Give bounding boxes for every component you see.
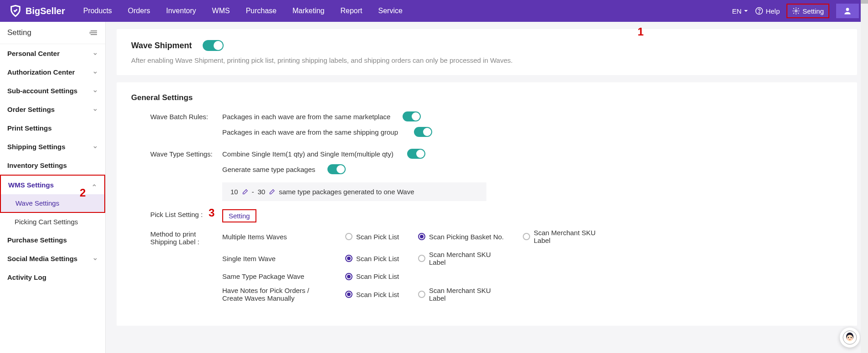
sidebar-subitem-label: Picking Cart Settings — [15, 218, 78, 226]
sidebar-item-wms[interactable]: WMS Settings — [1, 176, 104, 194]
wave-shipment-desc: After enabling Wave Shipment, printing p… — [131, 56, 842, 64]
language-selector[interactable]: EN — [732, 7, 749, 15]
nav-wms[interactable]: WMS — [212, 7, 230, 15]
wave-shipment-title: Wave Shipment — [131, 41, 192, 50]
sidebar-item-label: Social Media Settings — [7, 255, 77, 262]
sidebar-subitem-label: Wave Settings — [15, 199, 59, 207]
type-opt1-toggle[interactable] — [407, 149, 425, 159]
svg-point-9 — [851, 338, 852, 339]
annotation-3: 3 — [209, 207, 214, 219]
general-title: General Settings — [131, 93, 842, 102]
radio-single-picklist[interactable]: Scan Pick List — [345, 255, 404, 262]
sidebar-item-auth[interactable]: Authorization Center — [0, 63, 105, 81]
batch-opt1-toggle[interactable] — [403, 111, 421, 121]
sidebar-item-label: Inventory Settings — [7, 161, 67, 169]
wave-type-label: Wave Type Settings: — [131, 149, 222, 158]
svg-point-3 — [846, 8, 849, 11]
svg-point-5 — [847, 335, 853, 341]
radio-multi-basket[interactable]: Scan Picking Basket No. — [418, 233, 509, 241]
radio-single-sku[interactable]: Scan Merchant SKU Label — [418, 251, 509, 266]
svg-point-1 — [759, 13, 760, 13]
sidebar-item-shipping[interactable]: Shipping Settings — [0, 137, 105, 156]
method-single-label: Single Item Wave — [222, 255, 332, 262]
nav-orders[interactable]: Orders — [128, 7, 150, 15]
gear-icon — [792, 7, 800, 15]
nav-purchase[interactable]: Purchase — [246, 7, 277, 15]
edit-icon[interactable] — [269, 189, 275, 195]
sidebar-item-label: Print Settings — [7, 124, 52, 132]
range-from: 10 — [230, 188, 238, 196]
range-to: 30 — [258, 188, 266, 196]
sidebar-item-label: Authorization Center — [7, 68, 75, 76]
help-icon — [755, 7, 763, 15]
sidebar-item-label: WMS Settings — [8, 181, 54, 189]
radio-multi-picklist[interactable]: Scan Pick List — [345, 233, 404, 241]
help-button[interactable]: Help — [755, 7, 780, 15]
support-avatar-icon — [842, 330, 857, 345]
nav-inventory[interactable]: Inventory — [166, 7, 196, 15]
chevron-up-icon — [92, 182, 97, 188]
help-label: Help — [766, 7, 780, 15]
range-suffix: same type packages generated to one Wave — [279, 188, 414, 196]
radio-multi-sku[interactable]: Scan Merchant SKU Label — [523, 229, 614, 244]
nav-report[interactable]: Report — [341, 7, 363, 15]
batch-opt2-text: Packages in each wave are from the same … — [222, 128, 402, 136]
annotation-2: 2 — [80, 187, 86, 199]
batch-opt2-toggle[interactable] — [414, 127, 432, 137]
range-sep: - — [252, 188, 254, 196]
nav-service[interactable]: Service — [378, 7, 403, 15]
collapse-icon[interactable] — [90, 30, 98, 36]
range-box: 10 - 30 same type packages generated to … — [222, 182, 486, 201]
sidebar-item-print[interactable]: Print Settings — [0, 119, 105, 137]
sidebar-item-social[interactable]: Social Media Settings — [0, 249, 105, 268]
user-icon — [843, 6, 852, 15]
caret-down-icon — [744, 9, 748, 13]
method-sametype-row: Same Type Package Wave Scan Pick List — [222, 272, 842, 280]
sidebar: Setting Personal Center Authorization Ce… — [0, 22, 106, 353]
sidebar-subitem-picking[interactable]: Picking Cart Settings — [0, 213, 105, 231]
sidebar-item-label: Personal Center — [7, 50, 60, 57]
sidebar-item-label: Sub-account Settings — [7, 87, 77, 95]
type-opt2-toggle[interactable] — [327, 164, 346, 174]
svg-point-2 — [795, 10, 797, 12]
method-single-row: Single Item Wave Scan Pick List Scan Mer… — [222, 251, 842, 266]
brand-logo[interactable]: BigSeller — [9, 5, 65, 17]
picklist-setting-link[interactable]: Setting — [222, 209, 256, 222]
scrollbar[interactable] — [861, 0, 868, 353]
nav-products[interactable]: Products — [83, 7, 112, 15]
language-label: EN — [732, 7, 742, 15]
support-floating-button[interactable] — [840, 328, 860, 348]
sidebar-item-inventory[interactable]: Inventory Settings — [0, 156, 105, 175]
edit-icon[interactable] — [242, 189, 248, 195]
setting-button[interactable]: Setting — [786, 4, 829, 18]
method-multi-row: Multiple Items Waves Scan Pick List Scan… — [222, 229, 842, 244]
brand-icon — [9, 5, 22, 17]
wave-shipment-toggle[interactable] — [203, 40, 224, 51]
sidebar-item-personal[interactable]: Personal Center — [0, 44, 105, 63]
sidebar-item-subacct[interactable]: Sub-account Settings — [0, 81, 105, 100]
user-avatar[interactable] — [836, 4, 859, 18]
chevron-down-icon — [92, 70, 98, 75]
wave-shipment-card: Wave Shipment After enabling Wave Shipme… — [117, 29, 857, 75]
method-notes-row: Have Notes for Pick Orders / Create Wave… — [222, 287, 842, 302]
sidebar-item-purchase[interactable]: Purchase Settings — [0, 231, 105, 249]
method-notes-label: Have Notes for Pick Orders / Create Wave… — [222, 287, 332, 302]
sidebar-subitem-wave[interactable]: Wave Settings — [1, 194, 104, 212]
radio-sametype-picklist[interactable]: Scan Pick List — [345, 272, 404, 280]
radio-notes-sku[interactable]: Scan Merchant SKU Label — [418, 287, 509, 302]
chevron-down-icon — [92, 256, 98, 262]
radio-notes-picklist[interactable]: Scan Pick List — [345, 291, 404, 298]
svg-point-7 — [851, 337, 852, 338]
method-sametype-label: Same Type Package Wave — [222, 272, 332, 280]
sidebar-item-order[interactable]: Order Settings — [0, 100, 105, 119]
chevron-down-icon — [92, 51, 98, 56]
method-row: Method to print Shipping Label : Multipl… — [131, 229, 842, 308]
type-opt2-text: Generate same type packages — [222, 166, 316, 173]
sidebar-item-label: Shipping Settings — [7, 143, 66, 151]
batch-opt1-text: Packages in each wave are from the same … — [222, 113, 391, 121]
main-content: Wave Shipment After enabling Wave Shipme… — [106, 22, 868, 353]
nav-marketing[interactable]: Marketing — [292, 7, 324, 15]
sidebar-item-activity[interactable]: Activity Log — [0, 268, 105, 287]
chevron-down-icon — [92, 107, 98, 112]
scrollbar-up[interactable] — [861, 0, 868, 4]
